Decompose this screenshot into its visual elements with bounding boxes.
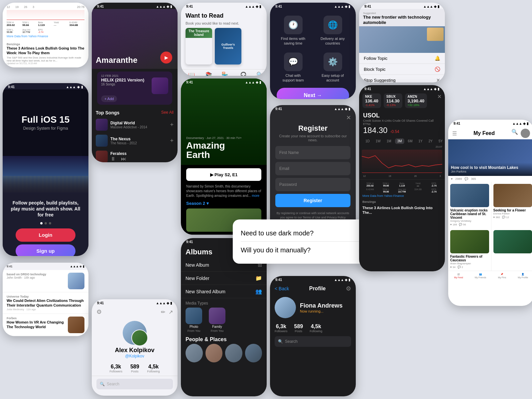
feed-card-mountain-lakes[interactable]: How cool is to visit Mountain Lakes Jim … [448,139,532,176]
hamburger-icon[interactable]: ☰ [452,130,457,137]
bookstore-icon: 🏪 [221,71,228,76]
feed-user-avatar[interactable] [521,129,530,138]
feed-landscape-item[interactable] [491,228,532,271]
stop-suggesting-item[interactable]: Stop Suggesting ✕ [359,75,445,82]
wanttoread-tab-bar: 📖 Reading Now 📚 Library 🏪 Book Store 🎧 A… [181,69,267,76]
new-shared-item[interactable]: New Shared Album 👥 [181,285,267,298]
login-button[interactable]: Login [16,228,75,242]
appletv-season[interactable]: Season 2 ▾ [181,201,267,208]
song-artist-2: The Nexus - 2012 [110,141,167,145]
song-add-1[interactable]: + [170,121,174,128]
services-signal: ▲▲▲ ◈ ▮ [334,5,350,8]
feed-caucasus-item[interactable]: Fantastic Flowers of Caucasus Aram Bagra… [448,228,491,271]
back-button[interactable]: < Back [275,286,289,291]
stocks-status-bar: 9:41 ▲▲▲ ◈ ▮ [359,85,445,91]
book-gullivers[interactable]: Gulliver's Travels [215,28,241,65]
more-data-link[interactable]: More Data from Yahoo Finance [5,34,86,39]
firstname-field[interactable]: First Name [275,146,350,159]
feed-tab-friends[interactable]: 👥 My Friends [475,273,486,279]
friends-icon: 👥 [479,273,482,276]
next-button[interactable]: Next → [277,88,349,99]
play-button[interactable]: ▶ Play S2, E1 [186,168,261,181]
news-right-time: 9:41 [364,5,371,8]
family-type[interactable]: Family From You [209,308,225,332]
music-status-icons: ▲▲▲ ◈ ▮ [156,5,172,8]
tab-bookstore[interactable]: 🏪 Book Store [218,71,231,76]
see-all-button[interactable]: See All [161,110,174,115]
appletv-meta: Documentary · Jun 27, 2021 · 30 min TV+ [186,136,242,140]
profile2-time: 9:41 [97,301,104,305]
period-1y[interactable]: 1Y [416,138,425,144]
period-5y[interactable]: 5Y [436,138,445,144]
edit-icon-profile2[interactable]: ✏ [161,309,165,315]
stock-nke[interactable]: NKE 136.40 -1.41% [362,93,381,108]
feed-volcanic-item[interactable]: Volcanic eruption rocks Caribbean island… [448,182,491,228]
register-button[interactable]: Register [275,194,350,207]
feed-flowers-item[interactable]: Seeking for a Flower Donna Parker ♥ 382 … [491,182,532,228]
next-icon[interactable]: ⏭ [121,156,126,162]
caucasus-comments: 2 [462,266,463,269]
gear-icon-profile2[interactable]: ⚙ [96,308,102,316]
stocks-second-financials: 8.424M 52W L99.66 Avg Vol10.77M 334.6B E… [359,188,445,193]
search-books-icon: 🔍 [256,71,263,76]
wanttoread-title: Want to Read [181,9,267,21]
search-feed-icon[interactable]: 🔍 [511,129,518,138]
music-add-button[interactable]: + Add [101,95,117,102]
block-topic-item[interactable]: Block Topic 🚫 [359,64,445,75]
follow-topic-item[interactable]: Follow Topic 🔔 [359,53,445,64]
song-info-2: The Nexus The Nexus - 2012 [110,137,167,145]
news-article-forbes: Forbes How Women In VR Are Changing The … [3,314,88,336]
nke-change: -1.41% [365,103,378,107]
song-row-2[interactable]: The Nexus The Nexus - 2012 + [92,133,178,149]
chart-label-19: 19 [15,5,19,9]
appletv-more-link[interactable]: more [252,194,259,198]
feed-tab-myfeed[interactable]: 📰 My Feed [454,273,463,279]
person-avatar-3[interactable] [225,344,242,362]
profile2-stat-following: 4,5k Following [147,364,160,373]
battery-icon: ▮ [81,85,83,89]
posts-value: 589 [130,364,139,370]
period-1d[interactable]: 1D [363,138,372,144]
person-avatar-2[interactable] [205,344,223,362]
tab-search-books[interactable]: 🔍 Search [256,71,264,76]
person-avatar-4[interactable] [245,344,262,362]
profile-dark-info: Fiona Andrews Now running... [300,302,342,313]
tab-library[interactable]: 📚 Library [205,71,213,76]
tab-reading-now[interactable]: 📖 Reading Now [184,71,200,76]
person-avatar-1[interactable] [186,344,203,362]
service-setup: ⚙️ Easy setup of account [320,53,346,83]
song-row-3[interactable]: Feraless ⏸ ⏭ [92,149,178,162]
gear-icon-profile-dark[interactable]: ⚙ [346,285,351,292]
period-1w[interactable]: 1W [373,138,383,144]
feed-likes-seeking: ♥ 382 💬 12 [493,216,532,219]
stocks-more-data-link[interactable]: More Data from Yahoo Finance [359,193,445,199]
song-title-1: Digital World [110,121,167,125]
close-icon-register[interactable]: ✕ [346,114,351,121]
profile2-search[interactable]: 🔍 Search [96,379,173,389]
period-3m[interactable]: 3M [395,138,404,144]
feed-tab-pins[interactable]: 📌 My Pins [498,273,506,279]
stock-sbux[interactable]: SBUX 114.30 -0.13% [384,93,402,108]
period-1m[interactable]: 1M [384,138,394,144]
email-field[interactable]: Email [275,162,350,175]
music-play-button[interactable]: ▶ [160,52,172,64]
profile-dark-search[interactable]: 🔍 Search [275,336,351,347]
new-folder-item[interactable]: New Folder 📁 [181,272,267,285]
tab-audiobooks[interactable]: 🎧 Audiobooks [236,71,250,76]
period-2y[interactable]: 2Y [426,138,435,144]
book-treasure-island[interactable]: The Treasure Island [186,28,212,65]
stocks-close-button[interactable]: ✕ [437,93,442,108]
share-icon-profile2[interactable]: ↗ [169,309,173,315]
photo-type[interactable]: Photo From You [186,308,202,332]
stock-amzn[interactable]: AMZN 3,190.40 +32.18% [405,93,427,108]
chart-x-3: 3 [440,175,441,177]
signup-button[interactable]: Sign up [16,244,75,256]
song-add-2[interactable]: + [170,137,174,144]
pause-icon[interactable]: ⏸ [110,156,116,162]
period-6m[interactable]: 6M [406,138,415,144]
feed-tab-profile[interactable]: 👤 My Profile [518,273,528,279]
song-row-1[interactable]: Digital World Massive Addictive - 2014 + [92,117,178,133]
music-status-bar: 9:41 ▲▲▲ ◈ ▮ [92,3,178,9]
wanttoread-signal: ▲▲▲ ◈ ▮ [245,5,261,8]
password-field[interactable]: Password [275,178,350,191]
